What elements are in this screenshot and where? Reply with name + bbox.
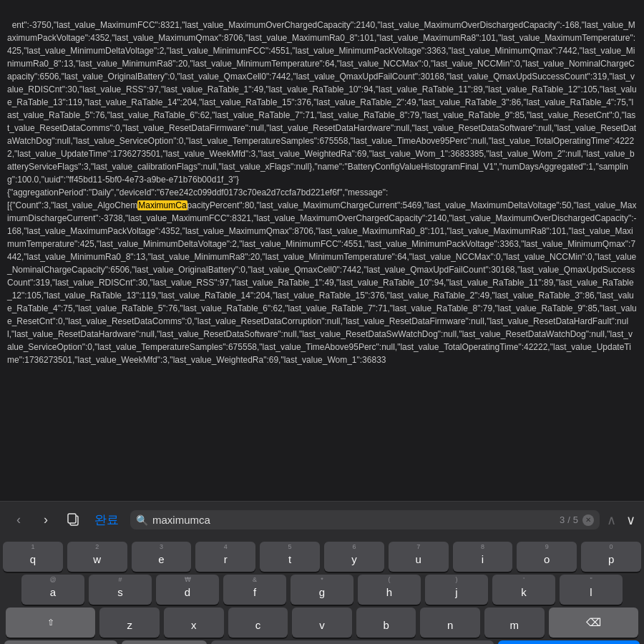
back-button[interactable]: ‹ [9, 510, 29, 530]
key-num-u: 7 [416, 543, 420, 550]
copy-icon [66, 512, 80, 529]
key-num-l: " [590, 576, 592, 583]
shift-key[interactable]: ⇧ [6, 608, 95, 638]
backspace-icon: ⌫ [586, 616, 601, 629]
key-o[interactable]: 9o [517, 542, 577, 572]
key-num-s: # [118, 576, 122, 583]
key-num-a: @ [49, 576, 56, 583]
key-num-f: & [253, 576, 257, 583]
key-u[interactable]: 7u [389, 542, 449, 572]
key-j[interactable]: )j [425, 575, 488, 605]
key-y[interactable]: 6y [324, 542, 384, 572]
space-key[interactable]: space [211, 640, 494, 644]
prev-match-button[interactable]: ∧ [607, 512, 616, 528]
key-num-j: ) [456, 576, 458, 583]
next-match-button[interactable]: ∨ [626, 512, 635, 528]
key-num-y: 6 [352, 543, 356, 550]
key-e[interactable]: 3e [132, 542, 192, 572]
keyboard-row-3: ⇧ z x c v b n m ⌫ [0, 605, 644, 638]
key-p[interactable]: 0p [581, 542, 641, 572]
match-current: 3 [560, 514, 565, 525]
key-w[interactable]: 2w [67, 542, 127, 572]
highlight-match: MaximumCa [137, 200, 187, 210]
key-num-p: 0 [610, 543, 613, 550]
key-q[interactable]: 1q [3, 542, 63, 572]
backspace-key[interactable]: ⌫ [549, 608, 638, 638]
search-bar: 🔍 maximumca 3/5 ✕ [130, 510, 600, 530]
key-i[interactable]: 8i [453, 542, 513, 572]
keyboard-row-4: 123 😊 space search [0, 638, 644, 644]
key-num-r: 4 [224, 543, 228, 550]
key-s[interactable]: #s [89, 575, 152, 605]
content-text-after: pacityPercent":80,"last_value_MaximumCha… [7, 200, 637, 365]
key-num-e: 3 [160, 543, 163, 550]
search-icon: 🔍 [136, 514, 148, 526]
key-a[interactable]: @a [21, 575, 84, 605]
svg-rect-1 [68, 514, 76, 523]
key-num-g: * [321, 576, 323, 583]
key-n[interactable]: n [420, 608, 480, 638]
key-num-k: ' [523, 576, 525, 583]
key-h[interactable]: (h [358, 575, 421, 605]
key-g[interactable]: *g [291, 575, 353, 605]
content-text-before: ent":-3750,"last_value_MaximumFCC":8321,… [7, 20, 637, 210]
forward-icon: › [44, 512, 48, 527]
key-num-q: 1 [31, 543, 34, 550]
done-button[interactable]: 완료 [90, 512, 123, 528]
back-icon: ‹ [16, 512, 21, 527]
key-m[interactable]: m [484, 608, 545, 638]
search-input[interactable]: maximumca [152, 514, 555, 526]
shift-icon: ⇧ [47, 618, 54, 628]
key-num-w: 2 [95, 543, 99, 550]
key-num-h: ( [389, 576, 391, 583]
key-num-i: 8 [481, 543, 484, 550]
key-d[interactable]: ₩d [156, 575, 219, 605]
key-num-t: 5 [288, 543, 292, 550]
emoji-key[interactable]: 😊 [122, 640, 207, 644]
key-v[interactable]: v [292, 608, 352, 638]
key-num-o: 9 [545, 543, 549, 550]
clear-search-button[interactable]: ✕ [582, 514, 594, 526]
key-f[interactable]: &f [223, 575, 286, 605]
key-b[interactable]: b [356, 608, 416, 638]
key-num-d: ₩ [185, 576, 191, 583]
match-total: 5 [573, 514, 578, 525]
browser-bar: ‹ › 완료 🔍 maximumca 3/5 ✕ ∧ ∨ [0, 501, 644, 538]
key-r[interactable]: 4r [195, 542, 255, 572]
key-l[interactable]: "l [560, 575, 623, 605]
content-area: ent":-3750,"last_value_MaximumFCC":8321,… [0, 0, 644, 501]
keyboard-row-1: 1q2w3e4r5t6y7u8i9o0p [0, 538, 644, 572]
keyboard-row-2: @a#s₩d&f*g(h)j'k"l [0, 572, 644, 605]
forward-button[interactable]: › [36, 510, 56, 530]
numbers-key[interactable]: 123 [4, 640, 117, 644]
key-x[interactable]: x [164, 608, 224, 638]
key-z[interactable]: z [99, 608, 160, 638]
keyboard: 1q2w3e4r5t6y7u8i9o0p @a#s₩d&f*g(h)j'k"l … [0, 538, 644, 644]
key-t[interactable]: 5t [260, 542, 320, 572]
copy-button[interactable] [63, 510, 83, 530]
search-key[interactable]: search [498, 640, 640, 644]
search-nav-arrows: ∧ ∨ [607, 512, 635, 528]
key-k[interactable]: 'k [492, 575, 555, 605]
match-count: 3/5 [560, 514, 578, 525]
key-c[interactable]: c [228, 608, 288, 638]
